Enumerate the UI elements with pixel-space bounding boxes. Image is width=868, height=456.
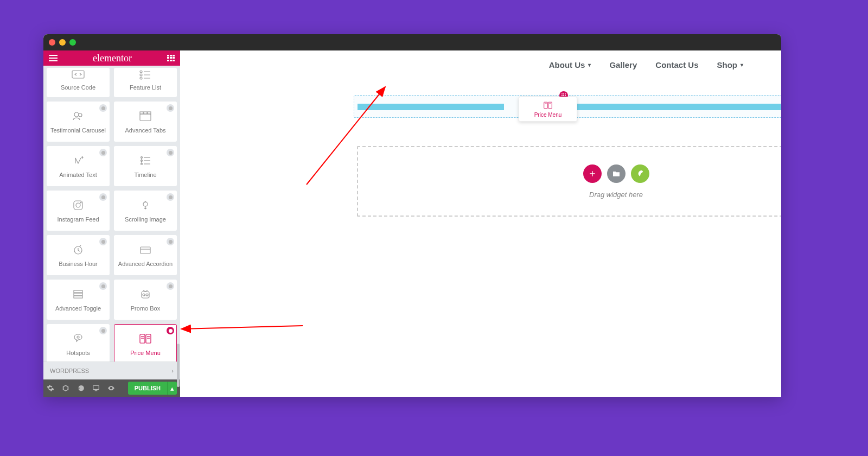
publish-group: PUBLISH ▴ xyxy=(128,382,177,395)
promo-box-icon xyxy=(138,287,152,302)
svg-point-59 xyxy=(565,95,566,96)
toggle-icon xyxy=(71,287,85,302)
svg-point-30 xyxy=(101,239,105,243)
widget-scrolling-image[interactable]: Scrolling Image xyxy=(114,191,177,231)
svg-point-43 xyxy=(101,328,105,332)
svg-point-56 xyxy=(565,93,566,94)
widget-label: Price Menu xyxy=(130,350,161,357)
widget-source-code[interactable]: Source Code xyxy=(47,68,110,97)
panel-header: elementor xyxy=(43,50,180,66)
svg-point-54 xyxy=(561,93,563,94)
drag-ghost-price-menu: Price Menu xyxy=(519,97,577,122)
panel-scrollbar[interactable] xyxy=(177,67,180,371)
price-menu-icon xyxy=(138,331,152,346)
nav-about-us[interactable]: About Us ▾ xyxy=(549,60,591,69)
category-wordpress[interactable]: WORDPRESS › xyxy=(43,362,180,379)
widget-advanced-accordion[interactable]: Advanced Accordion xyxy=(114,235,177,275)
envato-button[interactable] xyxy=(631,164,649,183)
minimize-dot[interactable] xyxy=(59,39,66,46)
svg-point-9 xyxy=(79,113,82,117)
accordion-icon xyxy=(138,242,152,257)
svg-rect-13 xyxy=(144,112,147,114)
svg-point-1 xyxy=(140,71,142,73)
widget-price-menu[interactable]: Price Menu xyxy=(114,324,177,362)
maximize-dot[interactable] xyxy=(69,39,76,46)
widgets-grid-icon[interactable] xyxy=(167,55,175,61)
widget-promo-box[interactable]: Promo Box xyxy=(114,280,177,320)
widget-hotspots[interactable]: Hotspots xyxy=(47,324,110,362)
widget-feature-list[interactable]: Feature List xyxy=(114,68,177,97)
widget-label: Feature List xyxy=(130,84,161,91)
nav-label: Contact Us xyxy=(655,60,698,69)
svg-rect-33 xyxy=(141,247,150,254)
nav-label: Shop xyxy=(717,60,738,69)
add-template-button[interactable] xyxy=(607,164,626,183)
widget-animated-text[interactable]: Animated Text xyxy=(47,146,110,186)
widget-business-hour[interactable]: Business Hour xyxy=(47,235,110,275)
navigator-icon[interactable] xyxy=(62,384,69,392)
widgets-grid: Source Code Feature List Testimonial Car… xyxy=(43,66,180,362)
nav-contact-us[interactable]: Contact Us xyxy=(655,60,698,69)
widget-label: Source Code xyxy=(61,84,95,91)
widget-label: Instagram Feed xyxy=(57,216,99,223)
svg-point-26 xyxy=(76,203,80,207)
testimonial-icon xyxy=(71,109,85,124)
titlebar xyxy=(43,34,781,50)
empty-section[interactable]: Drag widget here xyxy=(357,146,781,217)
elementor-logo: elementor xyxy=(93,53,132,64)
svg-rect-11 xyxy=(140,114,151,121)
nav-gallery[interactable]: Gallery xyxy=(609,60,637,69)
instagram-icon xyxy=(71,198,85,213)
widget-label: Business Hour xyxy=(59,261,98,268)
pro-badge-icon xyxy=(99,104,107,112)
widget-label: Advanced Toggle xyxy=(55,305,101,312)
svg-rect-0 xyxy=(72,71,84,78)
settings-icon[interactable] xyxy=(47,384,54,392)
history-icon[interactable] xyxy=(77,384,85,392)
svg-point-3 xyxy=(140,74,142,76)
svg-rect-37 xyxy=(74,293,82,295)
hamburger-icon[interactable] xyxy=(49,55,58,61)
close-dot[interactable] xyxy=(49,39,55,46)
pro-badge-icon xyxy=(99,149,107,156)
section-action-buttons xyxy=(583,164,649,183)
pro-badge-icon xyxy=(99,282,107,290)
svg-point-58 xyxy=(563,95,564,96)
nav-shop[interactable]: Shop ▾ xyxy=(717,60,744,69)
editor-canvas[interactable]: About Us ▾ Gallery Contact Us Shop ▾ xyxy=(180,50,781,397)
widget-timeline[interactable]: Timeline xyxy=(114,146,177,186)
responsive-icon[interactable] xyxy=(92,384,100,392)
svg-rect-38 xyxy=(74,296,82,298)
site-nav: About Us ▾ Gallery Contact Us Shop ▾ xyxy=(549,60,743,69)
svg-point-44 xyxy=(77,336,79,338)
source-code-icon xyxy=(71,68,85,81)
widget-label: Promo Box xyxy=(131,305,160,312)
svg-point-42 xyxy=(146,294,148,296)
hotspots-icon xyxy=(71,331,85,346)
advanced-tabs-icon xyxy=(138,109,152,124)
publish-dropdown[interactable]: ▴ xyxy=(167,382,177,395)
publish-button[interactable]: PUBLISH xyxy=(128,382,167,395)
drag-hint-text: Drag widget here xyxy=(589,191,643,199)
timeline-icon xyxy=(138,153,152,168)
widget-label: Advanced Accordion xyxy=(118,261,173,268)
widget-label: Advanced Tabs xyxy=(125,127,165,134)
svg-point-7 xyxy=(101,106,105,110)
pro-badge-icon xyxy=(99,327,107,334)
svg-point-29 xyxy=(143,202,148,206)
scrolling-image-icon xyxy=(138,198,152,213)
widget-instagram-feed[interactable]: Instagram Feed xyxy=(47,191,110,231)
svg-point-39 xyxy=(168,284,172,288)
nav-label: About Us xyxy=(549,60,585,69)
widget-advanced-toggle[interactable]: Advanced Toggle xyxy=(47,280,110,320)
widget-label: Scrolling Image xyxy=(125,216,166,223)
widget-testimonial-carousel[interactable]: Testimonial Carousel xyxy=(47,102,110,142)
preview-icon[interactable] xyxy=(107,384,115,392)
panel-footer: PUBLISH ▴ xyxy=(43,379,180,397)
add-section-button[interactable] xyxy=(583,164,602,183)
svg-rect-61 xyxy=(548,102,552,109)
svg-point-45 xyxy=(168,328,172,332)
svg-point-28 xyxy=(168,195,172,199)
widget-advanced-tabs[interactable]: Advanced Tabs xyxy=(114,102,177,142)
svg-point-32 xyxy=(168,239,172,243)
